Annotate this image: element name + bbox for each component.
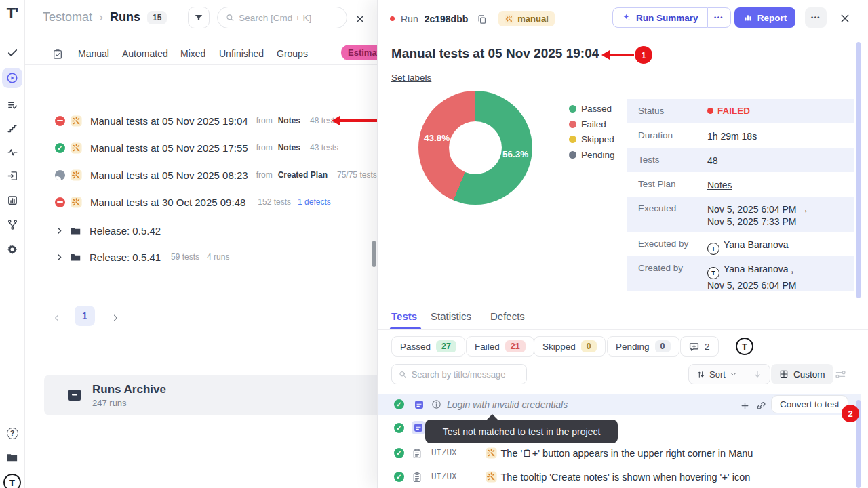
- run-title[interactable]: Manual tests at 05 Nov 2025 19:04: [90, 115, 248, 127]
- tab-unfinished[interactable]: Unfinished: [219, 48, 264, 59]
- link-icon: [756, 401, 766, 411]
- detail-scrollbar-thumb[interactable]: [856, 42, 861, 298]
- tab-mixed[interactable]: Mixed: [180, 48, 205, 59]
- convert-to-test-button[interactable]: Convert to test: [771, 395, 848, 413]
- run-row[interactable]: Manual tests at 05 Nov 2025 19:04 from N…: [55, 111, 338, 130]
- nav-runs[interactable]: [2, 68, 22, 88]
- runs-view-toggle[interactable]: [52, 47, 63, 60]
- tab-groups[interactable]: Groups: [277, 48, 308, 59]
- nav-test-plans[interactable]: [2, 95, 22, 115]
- tests-search[interactable]: [391, 364, 527, 384]
- filter-settings-button[interactable]: [835, 368, 846, 380]
- nav-branches[interactable]: [2, 214, 22, 235]
- release-folder-row[interactable]: Release: 0.5.42: [55, 221, 161, 240]
- run-from-label: from: [256, 170, 273, 180]
- test-title[interactable]: The '🗒+' button appears in the upper rig…: [501, 448, 753, 459]
- sort-direction-button[interactable]: [745, 365, 770, 384]
- run-defects-link[interactable]: 1 defects: [298, 197, 331, 207]
- nav-activity[interactable]: [2, 142, 22, 162]
- add-test-button[interactable]: [740, 399, 750, 411]
- run-summary-button[interactable]: Run Summary: [612, 7, 708, 28]
- created-by-value: TYana Baranova ,Nov 5, 2025 6:04 PM: [707, 263, 797, 291]
- steps-icon: [7, 123, 18, 134]
- test-title[interactable]: The tooltip 'Create notes' is shown when…: [501, 472, 751, 483]
- sort-button[interactable]: Sort: [689, 365, 745, 384]
- pulse-icon: [7, 146, 18, 158]
- pagination-next[interactable]: [111, 311, 120, 323]
- annotation-marker-2: 2: [842, 405, 859, 422]
- folder-icon: [70, 251, 81, 263]
- tab-manual[interactable]: Manual: [78, 48, 109, 59]
- manual-run-icon: [71, 197, 82, 208]
- nav-analytics[interactable]: [2, 190, 22, 210]
- run-row[interactable]: Manual tests at 05 Nov 2025 08:23 from C…: [55, 165, 377, 184]
- test-row[interactable]: UI/UX The tooltip 'Create notes' is show…: [378, 466, 861, 488]
- nav-help[interactable]: ?: [2, 423, 22, 443]
- nav-docs[interactable]: [2, 447, 22, 468]
- tests-search-input[interactable]: [412, 369, 519, 380]
- run-id: 2c198dbb: [425, 14, 469, 24]
- copy-icon: [477, 14, 487, 24]
- report-button[interactable]: Report: [734, 7, 795, 28]
- runs-search[interactable]: [217, 7, 347, 28]
- runs-archive-banner[interactable]: Runs Archive 247 runs: [44, 375, 377, 415]
- tab-tests[interactable]: Tests: [391, 310, 417, 322]
- run-title[interactable]: Manual tests at 05 Nov 2025 08:23: [90, 169, 248, 181]
- breadcrumb-project[interactable]: Testomat: [43, 10, 92, 24]
- legend-item: Skipped: [569, 134, 615, 144]
- app-logo[interactable]: T': [2, 3, 22, 24]
- set-labels-link[interactable]: Set labels: [391, 73, 431, 83]
- close-detail-button[interactable]: [840, 12, 850, 24]
- chip-failed[interactable]: Failed 21: [466, 336, 534, 357]
- plus-icon: [740, 401, 750, 411]
- chip-pending[interactable]: Pending 0: [607, 336, 679, 357]
- link-test-button[interactable]: [756, 399, 766, 411]
- nav-tests[interactable]: [2, 42, 22, 62]
- pagination-prev[interactable]: [52, 311, 62, 323]
- failed-status-icon: [55, 116, 65, 126]
- user-menu[interactable]: T: [2, 472, 22, 488]
- passed-status-icon: [394, 423, 404, 433]
- chip-comments[interactable]: 2: [680, 336, 719, 357]
- info-circle-icon[interactable]: [431, 399, 441, 409]
- nav-settings[interactable]: [2, 239, 22, 260]
- custom-view-button[interactable]: Custom: [771, 364, 833, 384]
- copy-run-id-button[interactable]: [477, 13, 487, 25]
- search-input[interactable]: [239, 13, 338, 23]
- nav-import[interactable]: [2, 165, 22, 186]
- in-progress-status-icon: [55, 170, 65, 180]
- gear-icon: [6, 243, 18, 256]
- tab-defects[interactable]: Defects: [490, 310, 525, 322]
- pagination-page-1[interactable]: 1: [75, 306, 95, 326]
- chip-count: 0: [581, 340, 597, 352]
- list-scrollbar-thumb[interactable]: [372, 241, 376, 267]
- report-label: Report: [757, 13, 787, 23]
- nav-milestones[interactable]: [2, 118, 22, 138]
- filter-button[interactable]: [188, 7, 210, 28]
- test-row[interactable]: UI/UX The '🗒+' button appears in the upp…: [378, 441, 861, 465]
- close-panel-button[interactable]: [355, 12, 365, 24]
- tab-estimate-badge[interactable]: Estimate: [341, 45, 377, 60]
- failed-percent-label: 43.8%: [424, 133, 450, 143]
- chip-count: 27: [436, 340, 456, 352]
- release-folder-row[interactable]: Release: 0.5.41 59 tests 4 runs: [55, 247, 229, 266]
- tab-automated[interactable]: Automated: [122, 48, 168, 59]
- test-title[interactable]: Login with invalid credentials: [447, 399, 568, 410]
- testomat-app: T' ? T Testomat › Runs 15: [0, 0, 868, 488]
- breadcrumb-separator: ›: [99, 10, 103, 24]
- tab-statistics[interactable]: Statistics: [431, 310, 471, 322]
- run-title[interactable]: Manual tests at 05 Nov 2025 17:55: [90, 142, 248, 154]
- folder-title[interactable]: Release: 0.5.42: [90, 225, 161, 237]
- test-plan-link[interactable]: Notes: [707, 179, 732, 191]
- assignee-avatar[interactable]: T: [736, 338, 753, 355]
- chip-skipped[interactable]: Skipped 0: [534, 336, 606, 357]
- run-title[interactable]: Manual tests at 30 Oct 2025 09:48: [90, 197, 245, 208]
- run-row[interactable]: Manual tests at 05 Nov 2025 17:55 from N…: [55, 138, 338, 157]
- run-row[interactable]: Manual tests at 30 Oct 2025 09:48 152 te…: [55, 192, 331, 211]
- chip-passed[interactable]: Passed 27: [391, 336, 465, 357]
- test-row-selected[interactable]: Login with invalid credentials Convert t…: [378, 394, 861, 415]
- arrow-down-icon: [753, 369, 762, 379]
- run-summary-more-button[interactable]: •••: [708, 7, 731, 28]
- more-actions-button[interactable]: •••: [805, 7, 827, 28]
- folder-title[interactable]: Release: 0.5.41: [90, 251, 161, 263]
